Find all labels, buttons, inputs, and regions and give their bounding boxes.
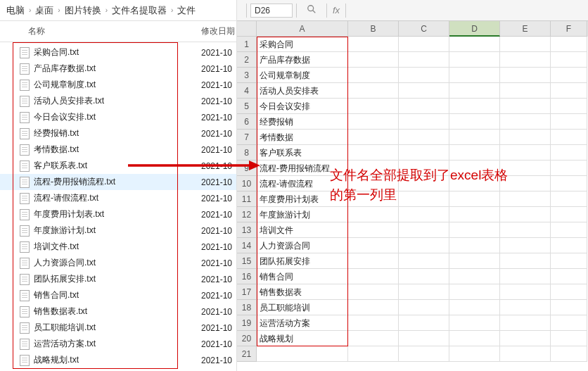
- cell[interactable]: [348, 331, 399, 346]
- cell[interactable]: [551, 145, 587, 161]
- cell[interactable]: 年度费用计划表: [257, 191, 348, 207]
- cell[interactable]: [500, 315, 551, 331]
- file-row[interactable]: 经费报销.txt2021-10: [0, 125, 236, 142]
- cell[interactable]: [399, 207, 449, 222]
- cell[interactable]: [500, 253, 551, 269]
- column-header-name[interactable]: 名称: [0, 25, 201, 37]
- cell[interactable]: [551, 300, 587, 315]
- cell[interactable]: [551, 269, 587, 284]
- file-row[interactable]: 今日会议安排.txt2021-10: [0, 109, 236, 125]
- file-row[interactable]: 培训文件.txt2021-10: [0, 239, 236, 255]
- file-row[interactable]: 销售合同.txt2021-10: [0, 287, 236, 303]
- cell[interactable]: [449, 269, 500, 284]
- cell[interactable]: [551, 52, 587, 68]
- cell[interactable]: [348, 83, 399, 99]
- cell[interactable]: [551, 191, 587, 207]
- cell[interactable]: [449, 300, 500, 315]
- cell[interactable]: [500, 114, 551, 130]
- cell[interactable]: [399, 269, 449, 284]
- cell[interactable]: [551, 284, 587, 300]
- column-header[interactable]: C: [399, 21, 449, 37]
- cell[interactable]: [399, 161, 449, 176]
- column-header-date[interactable]: 修改日期: [201, 25, 236, 37]
- cell[interactable]: [449, 52, 500, 68]
- cell[interactable]: [348, 161, 399, 176]
- cell[interactable]: [348, 37, 399, 52]
- cell[interactable]: [399, 346, 449, 362]
- cell[interactable]: [551, 238, 587, 253]
- cell[interactable]: [399, 284, 449, 300]
- cell[interactable]: [399, 176, 449, 191]
- cell[interactable]: [399, 130, 449, 145]
- row-header[interactable]: 20: [237, 331, 257, 346]
- cell[interactable]: [399, 99, 449, 114]
- cell[interactable]: 年度旅游计划: [257, 207, 348, 222]
- cell[interactable]: [500, 161, 551, 176]
- row-header[interactable]: 1: [237, 37, 257, 52]
- column-header[interactable]: F: [551, 21, 587, 37]
- fx-label[interactable]: fx: [333, 5, 340, 15]
- file-row[interactable]: 销售数据表.txt2021-10: [0, 303, 236, 320]
- cell[interactable]: [551, 114, 587, 130]
- cell[interactable]: [500, 207, 551, 222]
- cell[interactable]: [348, 284, 399, 300]
- cell[interactable]: [500, 269, 551, 284]
- file-row[interactable]: 运营活动方案.txt2021-10: [0, 336, 236, 352]
- cell[interactable]: [399, 331, 449, 346]
- cell[interactable]: [551, 161, 587, 176]
- name-box[interactable]: D26: [250, 4, 293, 18]
- cell[interactable]: [551, 207, 587, 222]
- row-header[interactable]: 15: [237, 253, 257, 269]
- cell[interactable]: [551, 99, 587, 114]
- cell[interactable]: [449, 315, 500, 331]
- cell[interactable]: [449, 284, 500, 300]
- cell[interactable]: [551, 83, 587, 99]
- cell[interactable]: [500, 238, 551, 253]
- cell[interactable]: [449, 83, 500, 99]
- row-header[interactable]: 21: [237, 346, 257, 362]
- file-row[interactable]: 产品库存数据.txt2021-10: [0, 61, 236, 77]
- breadcrumb-item[interactable]: 文件: [177, 4, 196, 17]
- cell[interactable]: [348, 269, 399, 284]
- cell[interactable]: [500, 99, 551, 114]
- cell[interactable]: [399, 238, 449, 253]
- cell[interactable]: [399, 253, 449, 269]
- cell[interactable]: [500, 331, 551, 346]
- cell[interactable]: [348, 68, 399, 83]
- spreadsheet-grid[interactable]: ABCDEF 1采购合同2产品库存数据3公司规章制度4活动人员安排表5今日会议安…: [237, 21, 588, 362]
- cell[interactable]: [500, 52, 551, 68]
- cell[interactable]: [500, 346, 551, 362]
- cell[interactable]: [348, 52, 399, 68]
- cell[interactable]: [500, 145, 551, 161]
- cell[interactable]: [551, 331, 587, 346]
- cell[interactable]: 运营活动方案: [257, 315, 348, 331]
- cell[interactable]: [348, 315, 399, 331]
- cell[interactable]: [348, 253, 399, 269]
- cell[interactable]: 人力资源合同: [257, 238, 348, 253]
- file-row[interactable]: 战略规划.txt2021-10: [0, 352, 236, 368]
- cell[interactable]: [449, 176, 500, 191]
- cell[interactable]: [449, 37, 500, 52]
- cell[interactable]: [348, 238, 399, 253]
- file-row[interactable]: 年度旅游计划.txt2021-10: [0, 222, 236, 239]
- cell[interactable]: 公司规章制度: [257, 68, 348, 83]
- cell[interactable]: [551, 130, 587, 145]
- cell[interactable]: [399, 52, 449, 68]
- row-header[interactable]: 5: [237, 99, 257, 114]
- select-all-corner[interactable]: [237, 21, 257, 37]
- cell[interactable]: [500, 222, 551, 238]
- cell[interactable]: [449, 238, 500, 253]
- file-row[interactable]: 流程-费用报销流程.txt2021-10: [0, 174, 236, 190]
- cell[interactable]: [449, 191, 500, 207]
- row-header[interactable]: 18: [237, 300, 257, 315]
- cell[interactable]: [551, 176, 587, 191]
- cell[interactable]: [257, 346, 348, 362]
- file-row[interactable]: 客户联系表.txt2021-10: [0, 158, 236, 174]
- row-header[interactable]: 17: [237, 284, 257, 300]
- row-header[interactable]: 13: [237, 222, 257, 238]
- cell[interactable]: [348, 99, 399, 114]
- cell[interactable]: 经费报销: [257, 114, 348, 130]
- file-row[interactable]: 年度费用计划表.txt2021-10: [0, 206, 236, 222]
- row-header[interactable]: 16: [237, 269, 257, 284]
- file-row[interactable]: 公司规章制度.txt2021-10: [0, 77, 236, 93]
